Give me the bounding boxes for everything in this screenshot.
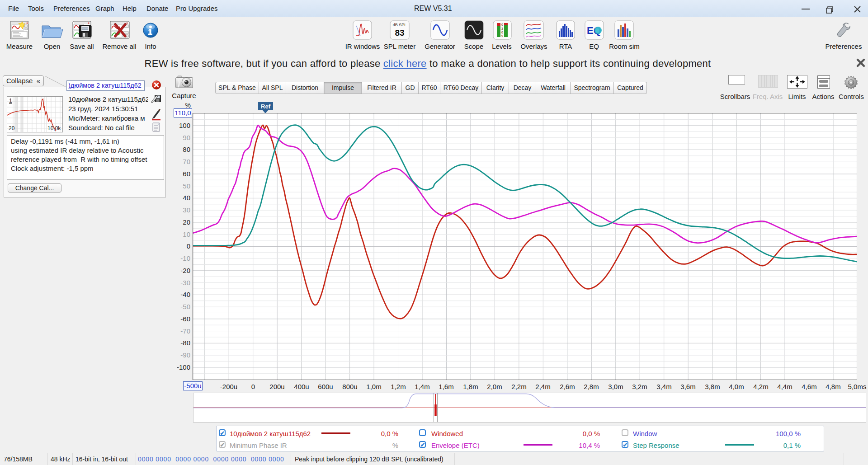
svg-text:Ref: Ref	[261, 103, 271, 110]
svg-text:10,0k: 10,0k	[47, 125, 61, 132]
svg-text:0: 0	[501, 23, 503, 26]
svg-text:83: 83	[395, 28, 404, 38]
svg-text:20: 20	[9, 125, 15, 132]
svg-text:6: 6	[501, 31, 503, 34]
svg-text:1: 1	[9, 98, 12, 104]
svg-text:3: 3	[501, 27, 503, 30]
svg-text:dB SPL: dB SPL	[393, 23, 407, 27]
svg-text:9: 9	[501, 34, 503, 38]
